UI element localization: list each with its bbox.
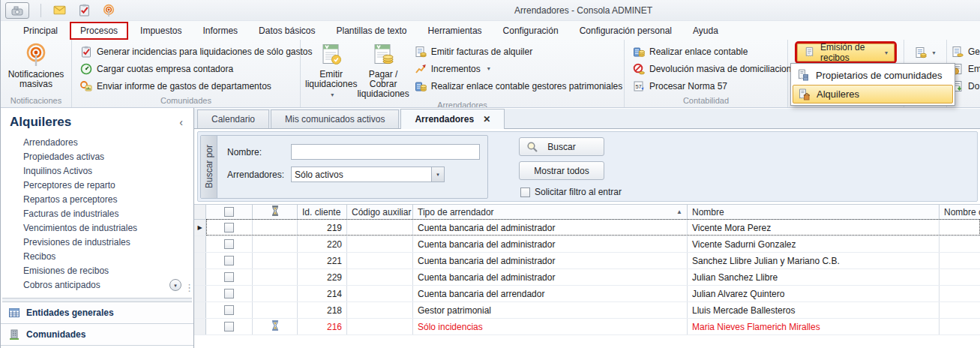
buscar-por-vertical-tab[interactable]: Buscar por: [201, 136, 217, 198]
menu-item-propietarios-de-comunidades[interactable]: Propietarios de comunidades: [793, 65, 953, 85]
notificaciones-masivas-button[interactable]: Notificaciones masivas: [3, 40, 69, 95]
nombre-cell[interactable]: Lluis Mercade Ballesteros: [688, 302, 940, 318]
doc-tab-calendario[interactable]: Calendario: [197, 110, 269, 128]
nombre-cell[interactable]: Vicente Sadurni Gonzalez: [688, 236, 940, 252]
row-checkbox[interactable]: [224, 272, 234, 282]
table-row[interactable]: 221 Cuenta bancaria del administrador Sa…: [194, 253, 980, 269]
enlace-contable-gestores-button[interactable]: Realizar enlace contable gestores patrim…: [412, 77, 625, 94]
id-cell[interactable]: 221: [298, 253, 347, 268]
nombre-input[interactable]: [291, 144, 480, 160]
buscar-button[interactable]: Buscar: [519, 137, 604, 156]
nombre-cell[interactable]: Vicente Mora Perez: [688, 220, 940, 236]
codigo-cell[interactable]: [347, 253, 413, 268]
collapse-sidebar-icon[interactable]: ‹: [179, 116, 183, 128]
cargar-cuotas-button[interactable]: Cargar cuotas empresa contadora: [78, 60, 298, 77]
codigo-cell[interactable]: [347, 302, 413, 318]
id-cell[interactable]: 218: [298, 302, 347, 318]
dropdown-arrow-button[interactable]: ▾: [431, 167, 444, 182]
row-checkbox[interactable]: [224, 223, 234, 232]
nombre-c-cell[interactable]: [940, 286, 980, 302]
table-row[interactable]: ▶ 219 Cuenta bancaria del administrador …: [194, 220, 980, 236]
table-row[interactable]: 214 Cuenta bancaria del arrendador Julia…: [194, 286, 980, 302]
id-cell[interactable]: 216: [298, 319, 347, 334]
tab-herramientas[interactable]: Herramientas: [418, 23, 493, 38]
row-select-cell[interactable]: [206, 286, 253, 302]
sidebar-item-cobros-anticipados[interactable]: Cobros anticipados ▾: [23, 278, 193, 292]
row-checkbox[interactable]: [224, 239, 234, 249]
realizar-enlace-contable-button[interactable]: Realizar enlace contable: [631, 43, 786, 60]
devolucion-masiva-button[interactable]: Devolución masiva de domiciliaciones: [631, 60, 786, 77]
sidebar-item-facturas-de-industriales[interactable]: Facturas de industriales: [23, 207, 193, 221]
col-header-nombre[interactable]: Nombre: [688, 205, 940, 219]
sidebar-section-entidades-generales[interactable]: Entidades generales: [1, 302, 193, 324]
menu-item-alquileres[interactable]: Alquileres: [793, 85, 953, 104]
nombre-c-cell[interactable]: [940, 319, 980, 334]
tasks-quick-button[interactable]: [77, 4, 91, 17]
nombre-cell[interactable]: Julian Sanchez Llibre: [688, 269, 940, 285]
codigo-cell[interactable]: [347, 220, 413, 236]
generar-incidencias-button[interactable]: Generar incidencias para liquidaciones d…: [78, 43, 298, 60]
nombre-c-cell[interactable]: [940, 236, 980, 252]
row-select-cell[interactable]: [206, 269, 253, 285]
tab-ayuda[interactable]: Ayuda: [682, 23, 729, 38]
tab-informes[interactable]: Informes: [192, 23, 248, 38]
table-row[interactable]: 220 Cuenta bancaria del administrador Vi…: [194, 236, 980, 253]
codigo-cell[interactable]: [347, 236, 413, 252]
tab-impuestos[interactable]: Impuestos: [130, 23, 192, 38]
sidebar-item-vencimientos-de-industriales[interactable]: Vencimientos de industriales: [23, 221, 193, 236]
id-cell[interactable]: 229: [298, 269, 347, 285]
nombre-cell[interactable]: Sanchez Llibre Julian y Mariano C.B.: [688, 253, 940, 268]
sidebar-item-previsiones-de-industriales[interactable]: Previsiones de industriales: [23, 236, 193, 250]
tipo-cell[interactable]: Sólo incidencias: [413, 319, 688, 334]
table-row[interactable]: 216 Sólo incidencias Maria Nieves Flamer…: [194, 319, 980, 335]
pagar-cobrar-liquidaciones-button[interactable]: Pagar / Cobrar liquidaciones: [357, 40, 409, 100]
emitir-liquidaciones-button[interactable]: Emitir liquidaciones ▾: [305, 40, 357, 100]
edge-item-generar[interactable]: Ge: [949, 43, 979, 60]
nombre-c-cell[interactable]: [940, 269, 980, 285]
sidebar-item-inquilinos-activos[interactable]: Inquilinos Activos: [23, 164, 193, 178]
tipo-cell[interactable]: Cuenta bancaria del administrador: [413, 253, 688, 268]
col-header-tipo-de-arrendador[interactable]: Tipo de arrendador ▲: [413, 205, 688, 219]
row-checkbox[interactable]: [224, 322, 234, 332]
tab-datos-basicos[interactable]: Datos básicos: [248, 23, 325, 38]
sidebar-item-propiedades-activas[interactable]: Propiedades activas: [23, 150, 193, 164]
sidebar-item-recibos[interactable]: Recibos: [23, 250, 193, 264]
codigo-cell[interactable]: [347, 269, 413, 285]
tab-configuracion-personal[interactable]: Configuración personal: [569, 23, 682, 38]
procesar-norma-57-button[interactable]: 57 Procesar Norma 57: [631, 77, 786, 94]
sidebar-section-comunidades[interactable]: Comunidades: [1, 324, 193, 346]
select-all-column-header[interactable]: [206, 205, 253, 219]
tipo-cell[interactable]: Cuenta bancaria del administrador: [413, 236, 688, 252]
tipo-cell[interactable]: Cuenta bancaria del administrador: [413, 220, 688, 236]
row-select-cell[interactable]: [206, 302, 253, 318]
mail-quick-button[interactable]: [52, 4, 66, 17]
row-select-cell[interactable]: [206, 220, 253, 236]
id-cell[interactable]: 214: [298, 286, 347, 302]
sidebar-item-repartos-a-perceptores[interactable]: Repartos a perceptores: [23, 193, 193, 207]
table-row[interactable]: 229 Cuenta bancaria del administrador Ju…: [194, 269, 980, 286]
pending-column-header[interactable]: [253, 205, 298, 219]
tipo-cell[interactable]: Cuenta bancaria del administrador: [413, 269, 688, 285]
table-row[interactable]: 218 Gestor patrimonial Lluis Mercade Bal…: [194, 302, 980, 319]
tab-plantillas-de-texto[interactable]: Plantillas de texto: [325, 23, 417, 38]
nombre-c-cell[interactable]: [940, 220, 980, 236]
sidebar-item-emisiones-de-recibos[interactable]: Emisiones de recibos: [23, 264, 193, 278]
factura-dropdown-button[interactable]: ▾: [910, 44, 940, 61]
id-cell[interactable]: 220: [298, 236, 347, 252]
enviar-informe-button[interactable]: Enviar informe de gastos de departamento…: [78, 77, 298, 94]
nombre-c-cell[interactable]: [940, 253, 980, 268]
emitir-facturas-button[interactable]: Emitir facturas de alquiler: [412, 43, 625, 60]
app-menu-button[interactable]: [5, 2, 29, 19]
tab-principal[interactable]: Principal: [13, 23, 68, 38]
id-cell[interactable]: 219: [298, 220, 347, 236]
arrendadores-select[interactable]: Sólo activos ▾: [291, 166, 445, 182]
row-select-cell[interactable]: [206, 236, 253, 252]
emision-de-recibos-button[interactable]: Emisión de recibos ▾: [797, 44, 895, 62]
nombre-cell[interactable]: Julian Alvarez Quintero: [688, 286, 940, 302]
codigo-cell[interactable]: [347, 286, 413, 302]
col-header-codigo-auxiliar[interactable]: Código auxiliar: [347, 205, 413, 219]
doc-tab-arrendadores[interactable]: Arrendadores ✕: [400, 109, 505, 129]
sidebar-item-perceptores-de-reparto[interactable]: Perceptores de reparto: [23, 178, 193, 193]
doc-tab-mis-comunicados-activos[interactable]: Mis comunicados activos: [271, 110, 399, 128]
close-tab-icon[interactable]: ✕: [483, 114, 490, 124]
